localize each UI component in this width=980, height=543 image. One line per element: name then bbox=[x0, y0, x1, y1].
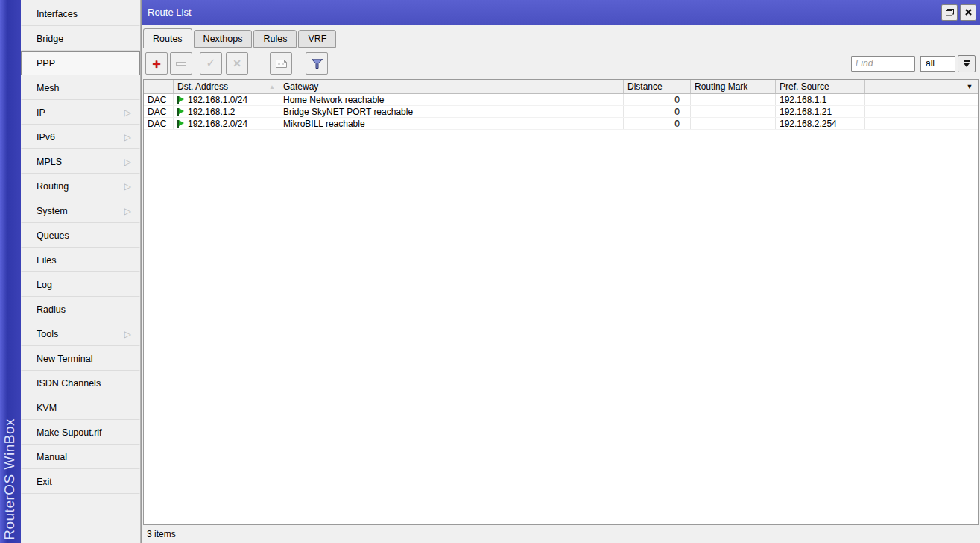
sidebar-item-radius[interactable]: Radius bbox=[21, 298, 140, 321]
brand-vertical-text: RouterOS WinBox bbox=[1, 418, 18, 540]
column-header-routing-mark[interactable]: Routing Mark bbox=[691, 80, 776, 93]
cross-icon: ✕ bbox=[233, 58, 241, 69]
cell-routing-mark bbox=[691, 94, 776, 105]
sidebar-item-label: New Terminal bbox=[37, 354, 93, 364]
winbox-app: RouterOS WinBox Interfaces Bridge PPP Me… bbox=[0, 0, 980, 543]
column-header-distance[interactable]: Distance bbox=[624, 80, 691, 93]
tab-nexthops[interactable]: Nexthops bbox=[194, 30, 253, 48]
close-button[interactable] bbox=[960, 4, 976, 21]
sidebar-item-label: ISDN Channels bbox=[37, 378, 101, 389]
sidebar-item-label: Make Supout.rif bbox=[37, 427, 102, 438]
sidebar-item-label: Bridge bbox=[37, 34, 63, 44]
route-table: Dst. Address ▲ Gateway Distance Routing … bbox=[143, 79, 979, 525]
sidebar-item-ppp[interactable]: PPP bbox=[21, 51, 140, 75]
add-button[interactable]: + bbox=[145, 52, 168, 75]
tab-label: Rules bbox=[263, 34, 287, 44]
cell-routing-mark bbox=[691, 106, 776, 117]
check-icon: ✓ bbox=[206, 57, 215, 69]
cell-pref-source: 192.168.1.21 bbox=[776, 106, 865, 117]
close-icon bbox=[964, 8, 973, 16]
cell-flags: DAC bbox=[144, 106, 174, 117]
sidebar-item-label: Manual bbox=[37, 452, 67, 462]
cell-pref-source: 192.168.1.1 bbox=[776, 94, 865, 105]
restore-button[interactable] bbox=[941, 4, 958, 21]
column-header-dst-address[interactable]: Dst. Address ▲ bbox=[174, 80, 279, 93]
cell-distance: 0 bbox=[624, 94, 691, 105]
column-header-gateway[interactable]: Gateway bbox=[279, 80, 624, 93]
table-row[interactable]: DAC 192.168.1.0/24 Home Network reachabl… bbox=[144, 94, 978, 106]
toolbar: + ✓ ✕ all bbox=[142, 48, 980, 79]
sidebar-item-ipv6[interactable]: IPv6▷ bbox=[21, 125, 140, 149]
column-header-flags[interactable] bbox=[144, 80, 174, 93]
sidebar-item-label: Interfaces bbox=[37, 9, 78, 19]
cell-flags: DAC bbox=[144, 94, 174, 105]
tab-vrf[interactable]: VRF bbox=[298, 30, 336, 48]
cell-gateway: Bridge SkyNET PORT reachable bbox=[279, 106, 624, 117]
sidebar-item-label: Routing bbox=[37, 181, 69, 192]
cell-routing-mark bbox=[691, 118, 776, 129]
sidebar-item-mesh[interactable]: Mesh bbox=[21, 76, 140, 100]
cell-dst-address: 192.168.2.0/24 bbox=[174, 118, 279, 129]
cell-dst-address: 192.168.1.2 bbox=[174, 106, 279, 117]
sidebar-item-tools[interactable]: Tools▷ bbox=[21, 322, 140, 346]
submenu-arrow-icon: ▷ bbox=[124, 108, 131, 117]
find-group: all bbox=[851, 55, 976, 72]
scope-value: all bbox=[926, 58, 935, 69]
sidebar-item-label: Radius bbox=[37, 304, 66, 315]
table-row[interactable]: DAC 192.168.1.2 Bridge SkyNET PORT reach… bbox=[144, 106, 978, 118]
column-selector-button[interactable]: ▼ bbox=[961, 80, 978, 93]
sidebar-item-queues[interactable]: Queues bbox=[21, 224, 140, 248]
status-bar: 3 items bbox=[142, 525, 980, 543]
cell-gateway: MikroBILL reachable bbox=[279, 118, 624, 129]
sidebar-item-label: Exit bbox=[37, 477, 52, 487]
sidebar-item-isdn-channels[interactable]: ISDN Channels bbox=[21, 371, 140, 395]
sidebar-item-files[interactable]: Files bbox=[21, 248, 140, 272]
cell-distance: 0 bbox=[624, 106, 691, 117]
sidebar-item-exit[interactable]: Exit bbox=[21, 470, 140, 494]
disable-button[interactable]: ✕ bbox=[226, 52, 248, 75]
cell-distance: 0 bbox=[624, 118, 691, 129]
tab-bar: Routes Nexthops Rules VRF bbox=[142, 25, 980, 48]
active-route-flag-icon bbox=[177, 108, 185, 116]
table-empty-area bbox=[144, 130, 978, 524]
sidebar-item-ip[interactable]: IP▷ bbox=[21, 101, 140, 125]
column-header-pref-source[interactable]: Pref. Source bbox=[776, 80, 865, 93]
sidebar-item-log[interactable]: Log bbox=[21, 273, 140, 297]
window-titlebar: Route List bbox=[142, 0, 980, 25]
sidebar-item-label: Queues bbox=[37, 230, 69, 241]
sidebar-item-manual[interactable]: Manual bbox=[21, 445, 140, 469]
cell-spacer bbox=[865, 94, 961, 105]
filter-button[interactable] bbox=[306, 52, 328, 75]
sidebar-item-new-terminal[interactable]: New Terminal bbox=[21, 347, 140, 371]
plus-icon: + bbox=[152, 57, 160, 71]
sidebar-item-routing[interactable]: Routing▷ bbox=[21, 175, 140, 198]
sidebar-item-mpls[interactable]: MPLS▷ bbox=[21, 150, 140, 174]
comment-button[interactable] bbox=[270, 52, 292, 75]
enable-button[interactable]: ✓ bbox=[200, 52, 222, 75]
tab-routes[interactable]: Routes bbox=[143, 28, 192, 48]
sidebar-item-interfaces[interactable]: Interfaces bbox=[21, 2, 140, 26]
column-header-spacer bbox=[865, 80, 961, 93]
sort-ascending-icon: ▲ bbox=[269, 84, 275, 90]
scope-dropdown-button[interactable] bbox=[958, 55, 976, 72]
tab-label: VRF bbox=[308, 34, 326, 44]
sidebar-item-system[interactable]: System▷ bbox=[21, 199, 140, 223]
table-row[interactable]: DAC 192.168.2.0/24 MikroBILL reachable 0… bbox=[144, 118, 978, 130]
sidebar-item-bridge[interactable]: Bridge bbox=[21, 27, 140, 51]
active-route-flag-icon bbox=[177, 96, 185, 104]
submenu-arrow-icon: ▷ bbox=[124, 182, 131, 191]
sidebar-item-label: IPv6 bbox=[37, 132, 55, 142]
window-title: Route List bbox=[148, 7, 939, 18]
sidebar-item-label: System bbox=[37, 206, 68, 216]
sidebar-item-label: Mesh bbox=[37, 83, 60, 93]
cell-spacer bbox=[865, 118, 961, 129]
sidebar-item-kvm[interactable]: KVM bbox=[21, 396, 140, 420]
remove-button[interactable] bbox=[170, 52, 192, 75]
scope-dropdown[interactable]: all bbox=[920, 56, 955, 72]
sidebar-item-make-supout-rif[interactable]: Make Supout.rif bbox=[21, 421, 140, 445]
item-count: 3 items bbox=[147, 529, 176, 539]
find-input[interactable] bbox=[851, 56, 915, 72]
tab-rules[interactable]: Rules bbox=[253, 30, 297, 48]
submenu-arrow-icon: ▷ bbox=[124, 157, 131, 166]
minus-icon bbox=[176, 62, 186, 66]
